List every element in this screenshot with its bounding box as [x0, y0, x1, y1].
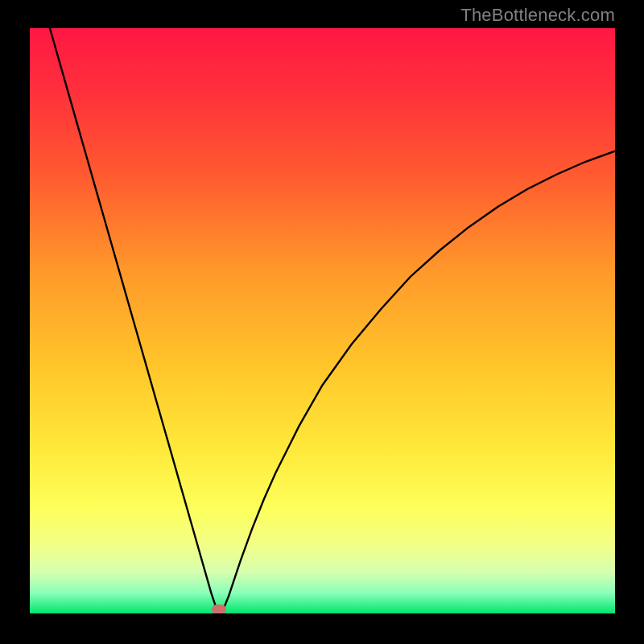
watermark-text: TheBottleneck.com [460, 5, 615, 26]
minimum-marker [212, 605, 226, 613]
chart-frame: TheBottleneck.com [0, 0, 644, 644]
curve-layer [30, 28, 615, 613]
plot-area [30, 28, 615, 613]
bottleneck-curve [42, 28, 615, 610]
